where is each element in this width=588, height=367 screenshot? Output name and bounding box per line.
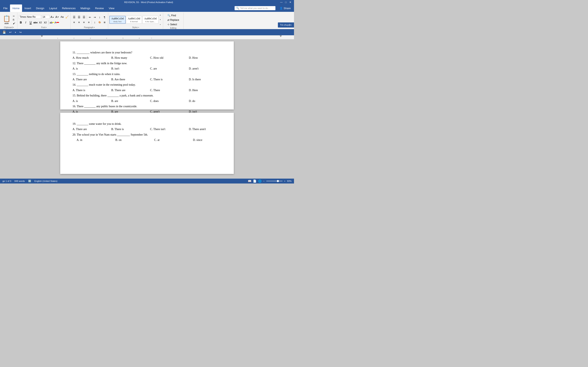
status-bar: ge 1 of 3 849 words 🔤 English (United St…	[0, 179, 294, 184]
ruler-mark-2: 2	[73, 37, 74, 39]
menu-insert[interactable]: Insert	[22, 4, 34, 12]
save-button[interactable]: 💾	[2, 30, 7, 34]
page-info: ge 1 of 3	[2, 180, 11, 182]
styles-scroll[interactable]: ▲ ▼ ▾	[159, 14, 162, 26]
menu-references[interactable]: References	[60, 4, 78, 12]
multilevel-button[interactable]: ☰	[82, 15, 86, 19]
superscript-button[interactable]: X2	[43, 20, 48, 25]
font-shrink-button[interactable]: A▼	[55, 15, 60, 19]
font-label[interactable]: Font ▾	[41, 26, 47, 29]
undo-dropdown[interactable]: ▾	[14, 31, 17, 34]
menu-mailings[interactable]: Mailings	[78, 4, 93, 12]
ruler-mark-4: 4	[106, 37, 107, 39]
menu-view[interactable]: View	[106, 4, 117, 12]
quick-access-toolbar: 💾 ↩ ▾ ↪	[0, 29, 294, 35]
change-case-button[interactable]: Aa	[60, 15, 64, 19]
q13-option-a: A. There are	[72, 77, 103, 82]
menu-layout[interactable]: Layout	[47, 4, 60, 12]
q12-option-d: D. aren't	[189, 67, 219, 71]
font-size-input[interactable]	[42, 15, 50, 19]
font-color-icon: A	[54, 21, 56, 24]
redo-button[interactable]: ↪	[18, 30, 22, 34]
cut-button[interactable]: ✂	[12, 15, 16, 18]
body-text-label: Body Text	[111, 21, 124, 23]
bullets-button[interactable]: ☰	[72, 15, 76, 19]
replace-button[interactable]: ⇄ Replace	[166, 18, 181, 22]
undo-button[interactable]: ↩	[8, 30, 12, 34]
title-bar: REVISION, 5S - Word (Product Activation …	[0, 0, 294, 4]
align-left-button[interactable]: ≡	[72, 20, 76, 25]
minimize-button[interactable]: —	[279, 1, 283, 4]
justify-button[interactable]: ≡	[86, 20, 91, 25]
clipboard-right: ✂ ⎘ 🖌	[12, 15, 16, 25]
font-grow-button[interactable]: A▲	[50, 15, 54, 19]
show-marks-button[interactable]: ¶	[102, 15, 107, 19]
styles-label[interactable]: Styles ▾	[132, 26, 139, 29]
read-mode-icon[interactable]: 📖	[248, 179, 251, 183]
underline-button[interactable]: U	[28, 20, 33, 25]
zoom-level[interactable]: 93%	[287, 180, 292, 182]
paste-button[interactable]: 📋 aste	[2, 15, 11, 25]
sort-button[interactable]: ↕	[97, 15, 102, 19]
q20-option-b: B. on	[115, 138, 146, 142]
clear-format-button[interactable]: 🧹	[65, 15, 69, 19]
numbering-button[interactable]: ☰	[77, 15, 81, 19]
paragraph-label[interactable]: Paragraph ▾	[84, 26, 95, 29]
q11-option-b: B. How many	[111, 56, 142, 60]
menu-design[interactable]: Design	[34, 4, 47, 12]
document-page-2: 19. ________ some water for you to drink…	[60, 113, 234, 174]
select-label: Select	[170, 23, 177, 26]
align-right-button[interactable]: ≡	[82, 20, 86, 25]
no-spacing-preview: AaBbCcDd	[144, 17, 156, 20]
share-button[interactable]: 👤 Share	[277, 6, 293, 11]
web-layout-icon[interactable]: 🌐	[258, 179, 261, 183]
shading-button[interactable]: 🎨	[97, 20, 102, 25]
menu-review[interactable]: Review	[93, 4, 106, 12]
align-center-button[interactable]: ≡	[77, 20, 81, 25]
styles-expand-icon: ▾	[138, 26, 139, 28]
ruler-right-margin[interactable]	[280, 35, 282, 37]
q14-option-a: A. There is	[72, 88, 103, 92]
text-highlight-button[interactable]: ab	[50, 20, 54, 25]
zoom-thumb	[277, 180, 279, 182]
chat-panel[interactable]: Trò chuyện:	[278, 22, 294, 27]
subscript-button[interactable]: X2	[38, 20, 43, 25]
question-16-text: 16. There ________ any public buses in t…	[72, 104, 222, 109]
q20-option-d: D. since	[193, 138, 224, 142]
font-name-input[interactable]	[18, 15, 41, 19]
zoom-slider[interactable]	[266, 181, 283, 182]
ruler-left-margin[interactable]	[41, 35, 43, 37]
borders-button[interactable]: ⊞	[102, 20, 107, 25]
decrease-indent-button[interactable]: ⇐	[87, 15, 92, 19]
question-19-text: 19. ________ some water for you to drink…	[72, 122, 222, 126]
copy-button[interactable]: ⎘	[12, 18, 16, 21]
normal-style-item[interactable]: AaBbCcDd ¶ Normal	[126, 16, 142, 24]
menu-home[interactable]: Home	[10, 4, 22, 12]
clipboard-label[interactable]: Clipboard ▾	[4, 26, 14, 29]
search-bar[interactable]: 🔍 Tell me what you want to do...	[234, 6, 276, 10]
no-spacing-style-item[interactable]: AaBbCcDd ¶ No Spac...	[142, 16, 158, 24]
font-color-button[interactable]: A	[54, 20, 59, 25]
increase-indent-button[interactable]: ⇒	[93, 15, 97, 19]
menu-file[interactable]: File	[1, 4, 10, 12]
line-spacing-button[interactable]: ↕	[93, 20, 97, 25]
find-button[interactable]: 🔍 Find	[166, 13, 181, 17]
close-button[interactable]: ✕	[288, 1, 292, 4]
strikethrough-button[interactable]: abc	[33, 20, 38, 25]
body-text-style-item[interactable]: AaBbCcDd Body Text	[109, 16, 126, 24]
select-button[interactable]: ⊹ Select	[166, 22, 181, 26]
print-layout-icon[interactable]: 📄	[253, 179, 256, 183]
question-11-options: A. How much B. How many C. How old D. Ho…	[72, 56, 222, 60]
zoom-out-icon[interactable]: −	[263, 180, 264, 182]
share-icon: 👤	[279, 7, 283, 10]
font-controls-bottom: B I U abc X2 X2 ab A	[18, 20, 69, 25]
maximize-button[interactable]: □	[284, 1, 288, 4]
format-painter-button[interactable]: 🖌	[12, 22, 16, 25]
italic-button[interactable]: I	[24, 20, 28, 25]
bold-button[interactable]: B	[18, 20, 23, 25]
editing-label[interactable]: Editing	[170, 26, 176, 30]
q15-option-b: B. are	[111, 99, 142, 103]
question-12-options: A. is B. isn't C. are D. aren't	[72, 67, 222, 71]
q19-option-d: D. There aren't	[189, 127, 219, 132]
zoom-in-icon[interactable]: +	[284, 180, 285, 182]
